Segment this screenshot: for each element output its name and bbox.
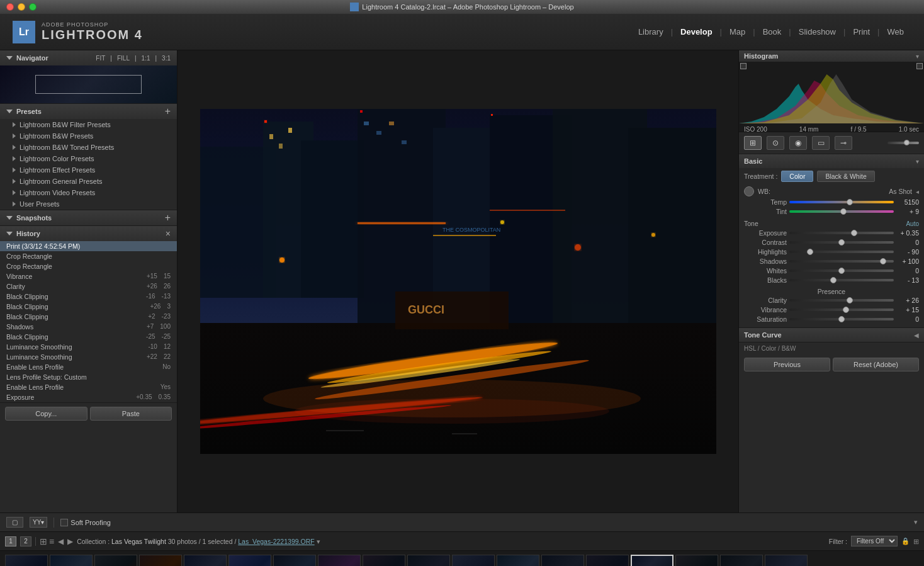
filename-dropdown[interactable]: ▾ — [317, 538, 320, 545]
soft-proof-checkbox[interactable] — [60, 519, 68, 526]
clarity-slider[interactable] — [789, 299, 894, 302]
filmstrip-thumb[interactable] — [586, 555, 629, 567]
nav-develop[interactable]: Develop — [673, 27, 720, 37]
history-item[interactable]: Enable Lens Profile Yes — [0, 382, 177, 392]
saturation-slider[interactable] — [789, 318, 894, 320]
presets-add-button[interactable]: + — [165, 106, 171, 116]
nav-web[interactable]: Web — [880, 27, 912, 37]
preset-video[interactable]: Lightroom Video Presets — [0, 187, 177, 198]
yyy-dropdown[interactable]: YY▾ — [30, 517, 47, 528]
history-item[interactable]: Black Clipping +263 — [0, 302, 177, 312]
vibrance-slider[interactable] — [789, 308, 894, 311]
filter-lock-icon[interactable]: 🔒 — [901, 537, 910, 545]
snapshots-add-button[interactable]: + — [165, 213, 171, 223]
nav-print[interactable]: Print — [845, 27, 877, 37]
page-1-button[interactable]: 1 — [5, 536, 16, 546]
filmstrip-thumb[interactable] — [675, 555, 718, 567]
history-item[interactable]: Luminance Smoothing -1012 — [0, 342, 177, 352]
nav-1to1[interactable]: 1:1 — [142, 55, 150, 62]
adjustment-slider[interactable] — [887, 142, 919, 144]
whites-slider[interactable] — [789, 269, 894, 272]
nav-map[interactable]: Map — [722, 27, 753, 37]
filmstrip-thumb[interactable] — [94, 555, 137, 567]
tone-curve-header[interactable]: Tone Curve ◀ — [739, 328, 924, 342]
copy-button[interactable]: Copy... — [5, 407, 87, 421]
filmstrip-thumb[interactable] — [452, 555, 495, 567]
previous-button[interactable]: Previous — [744, 358, 830, 371]
reset-button[interactable]: Reset (Adobe) — [833, 358, 919, 371]
adjustment-brush-tool[interactable]: ⊸ — [835, 136, 852, 150]
grid-view-icon[interactable]: ⊞ — [40, 536, 47, 546]
nav-fill[interactable]: FILL — [117, 55, 130, 62]
nav-book[interactable]: Book — [755, 27, 789, 37]
history-item[interactable]: Vibrance +1515 — [0, 271, 177, 281]
exposure-slider[interactable] — [789, 232, 894, 234]
nav-slideshow[interactable]: Slideshow — [791, 27, 843, 37]
shadow-clipping-indicator[interactable] — [740, 63, 747, 69]
filmstrip-thumb[interactable] — [720, 555, 763, 567]
preset-bw[interactable]: Lightroom B&W Presets — [0, 130, 177, 142]
preset-effect[interactable]: Lightroom Effect Presets — [0, 164, 177, 176]
eyedropper-tool[interactable] — [744, 186, 754, 196]
page-2-button[interactable]: 2 — [20, 536, 31, 546]
histogram-header[interactable]: Histogram ▾ — [739, 50, 924, 62]
history-item[interactable]: Black Clipping +2-23 — [0, 312, 177, 322]
basic-header[interactable]: Basic ▾ — [739, 154, 924, 168]
history-item[interactable]: Black Clipping -16-13 — [0, 291, 177, 302]
maximize-button[interactable] — [29, 3, 37, 11]
minimize-button[interactable] — [18, 3, 25, 11]
filmstrip-thumb[interactable] — [765, 555, 808, 567]
window-controls[interactable] — [6, 3, 37, 11]
highlights-slider[interactable] — [789, 251, 894, 253]
filmstrip-thumb[interactable] — [5, 555, 48, 567]
graduated-filter-tool[interactable]: ▭ — [812, 136, 830, 150]
filmstrip-thumb-selected[interactable] — [631, 555, 673, 567]
wb-dropdown-arrow[interactable]: ◂ — [916, 188, 919, 195]
history-item[interactable]: Exposure +0.350.35 — [0, 392, 177, 402]
history-close-button[interactable]: × — [166, 229, 171, 239]
history-header[interactable]: History × — [0, 226, 177, 241]
filename-link[interactable]: Las_Vegas-2221399.ORF — [238, 538, 314, 545]
filter-dropdown[interactable]: Filters Off — [851, 536, 898, 546]
list-view-icon[interactable]: ≡ — [49, 536, 54, 546]
filmstrip-thumb[interactable] — [50, 555, 93, 567]
redeye-tool[interactable]: ◉ — [789, 136, 807, 150]
preset-user[interactable]: User Presets — [0, 198, 177, 210]
close-button[interactable] — [6, 3, 14, 11]
highlight-clipping-indicator[interactable] — [916, 63, 923, 69]
preset-bw-toned[interactable]: Lightroom B&W Toned Presets — [0, 142, 177, 153]
history-item[interactable]: Clarity +2626 — [0, 281, 177, 291]
spot-removal-tool[interactable]: ⊙ — [767, 136, 784, 150]
filmstrip-thumb[interactable] — [318, 555, 361, 567]
filmstrip-thumb[interactable] — [273, 555, 316, 567]
bw-treatment-button[interactable]: Black & White — [817, 171, 874, 182]
filmstrip-thumb[interactable] — [363, 555, 405, 567]
history-item[interactable]: Luminance Smoothing +2222 — [0, 352, 177, 362]
prev-arrow[interactable]: ◀ — [58, 537, 64, 546]
history-item[interactable]: Black Clipping -25-25 — [0, 332, 177, 342]
filmstrip-thumb[interactable] — [184, 555, 227, 567]
history-item[interactable]: Crop Rectangle — [0, 251, 177, 261]
history-item[interactable]: Shadows +7100 — [0, 322, 177, 332]
preset-color[interactable]: Lightroom Color Presets — [0, 153, 177, 164]
history-item[interactable]: Print (3/3/12 4:52:54 PM) — [0, 241, 177, 251]
tint-slider[interactable] — [789, 210, 894, 213]
snapshots-header[interactable]: Snapshots + — [0, 210, 177, 225]
toolbar-dropdown-arrow[interactable]: ▾ — [914, 518, 918, 526]
history-item[interactable]: Crop Rectangle — [0, 261, 177, 271]
blacks-slider[interactable] — [789, 279, 894, 281]
color-treatment-button[interactable]: Color — [781, 171, 813, 182]
view-mode-button[interactable]: ▢ — [6, 517, 23, 528]
contrast-slider[interactable] — [789, 241, 894, 244]
nav-fit[interactable]: FIT — [96, 55, 105, 62]
nav-3to1[interactable]: 3:1 — [162, 55, 171, 62]
paste-button[interactable]: Paste — [90, 407, 172, 421]
navigator-header[interactable]: Navigator FIT | FILL | 1:1 | 3:1 — [0, 50, 177, 65]
auto-button[interactable]: Auto — [906, 220, 919, 227]
filter-expand-icon[interactable]: ⊞ — [913, 538, 919, 545]
filmstrip-thumb[interactable] — [407, 555, 450, 567]
next-arrow[interactable]: ▶ — [67, 537, 73, 546]
history-item[interactable]: Enable Lens Profile No — [0, 362, 177, 372]
soft-proofing-toggle[interactable]: Soft Proofing — [60, 519, 111, 526]
filmstrip-thumb[interactable] — [228, 555, 271, 567]
